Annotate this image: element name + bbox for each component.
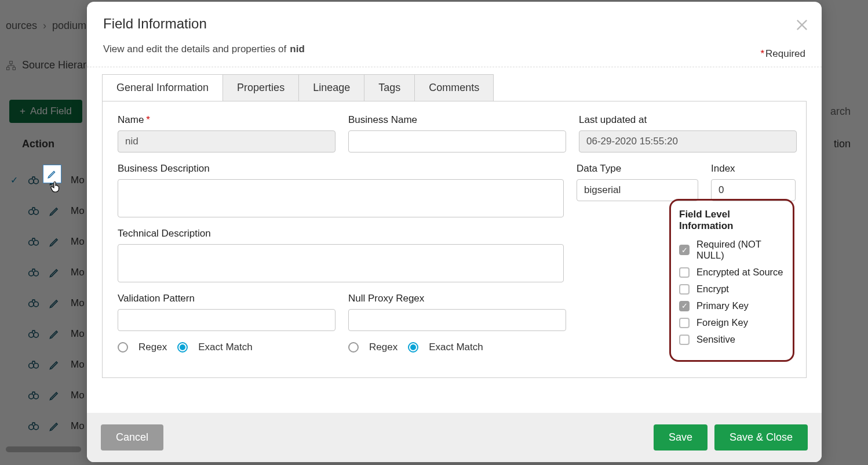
svg-point-7: [29, 240, 34, 245]
radio-label-exact: Exact Match: [429, 342, 483, 353]
svg-point-20: [34, 424, 38, 429]
checkbox-required[interactable]: Required (NOT NULL): [679, 239, 785, 261]
row-text: Mo: [71, 175, 85, 186]
radio-nullproxy-regex[interactable]: [348, 342, 359, 353]
edit-icon[interactable]: [49, 236, 60, 248]
edit-icon[interactable]: [49, 267, 60, 278]
edit-icon[interactable]: [49, 420, 60, 432]
svg-point-18: [34, 394, 38, 398]
add-field-button[interactable]: + Add Field: [9, 100, 82, 123]
chevron-right-icon: ›: [43, 20, 46, 32]
svg-point-3: [29, 179, 34, 183]
breadcrumb-item[interactable]: ources: [6, 20, 37, 32]
close-icon[interactable]: [794, 17, 810, 33]
horizontal-scrollbar[interactable]: [6, 446, 81, 452]
table-rows: ✓ Mo ✓ Mo ✓ Mo ✓ Mo ✓ Mo: [10, 165, 85, 441]
hierarchy-icon: [6, 60, 16, 71]
validation-pattern-input[interactable]: [118, 309, 335, 331]
checkbox-icon: [679, 284, 690, 295]
check-icon: ✓: [10, 175, 19, 186]
edit-icon[interactable]: [49, 297, 60, 309]
svg-rect-0: [10, 61, 13, 64]
checkbox-icon: [679, 267, 690, 278]
radio-label-regex: Regex: [138, 342, 167, 353]
svg-point-8: [34, 240, 38, 245]
svg-point-13: [29, 332, 34, 337]
label-business-description: Business Description: [118, 163, 564, 175]
table-row[interactable]: ✓ Mo: [10, 257, 85, 288]
binoculars-icon[interactable]: [28, 359, 39, 370]
checkbox-icon: [679, 318, 690, 328]
table-row[interactable]: ✓ Mo: [10, 349, 85, 380]
null-proxy-input[interactable]: [348, 309, 566, 331]
index-input[interactable]: [711, 179, 796, 201]
name-input[interactable]: [118, 130, 335, 152]
table-row[interactable]: ✓ Mo: [10, 410, 85, 441]
svg-point-14: [34, 332, 38, 337]
tab-tags[interactable]: Tags: [364, 74, 415, 101]
modal-footer: Cancel Save Save & Close: [87, 413, 822, 462]
svg-point-11: [29, 301, 34, 306]
technical-description-input[interactable]: [118, 244, 564, 282]
table-row[interactable]: ✓ Mo: [10, 288, 85, 318]
business-name-input[interactable]: [348, 130, 566, 152]
binoculars-icon[interactable]: [28, 390, 39, 401]
tab-comments[interactable]: Comments: [415, 74, 494, 101]
field-level-information-box: Field Level Information Required (NOT NU…: [669, 199, 794, 362]
last-updated-input: [579, 130, 797, 152]
cancel-button[interactable]: Cancel: [101, 424, 163, 451]
modal-subtitle: View and edit the details and properties…: [103, 43, 286, 55]
data-type-input[interactable]: [577, 179, 698, 201]
edit-icon: [47, 169, 57, 179]
svg-rect-2: [13, 67, 16, 70]
label-last-updated: Last updated at: [579, 114, 797, 126]
checkbox-sensitive[interactable]: Sensitive: [679, 334, 785, 345]
radio-validation-exact[interactable]: [177, 342, 188, 353]
label-null-proxy: Null Proxy Regex: [348, 293, 566, 304]
required-indicator: *Required: [760, 48, 805, 60]
binoculars-icon[interactable]: [28, 328, 39, 340]
checkbox-encrypt[interactable]: Encrypt: [679, 284, 785, 295]
svg-rect-1: [7, 67, 10, 70]
edit-icon[interactable]: [49, 205, 60, 217]
edit-icon[interactable]: [49, 328, 60, 340]
save-button[interactable]: Save: [654, 424, 707, 451]
tab-properties[interactable]: Properties: [223, 74, 299, 101]
row-text: Mo: [71, 297, 85, 309]
table-row[interactable]: ✓ Mo: [10, 226, 85, 257]
modal-tabs: General Information Properties Lineage T…: [102, 74, 807, 101]
plus-icon: +: [20, 106, 25, 117]
table-row[interactable]: ✓ Mo: [10, 380, 85, 410]
svg-point-10: [34, 271, 38, 275]
binoculars-icon[interactable]: [28, 175, 39, 186]
checkbox-foreign-key[interactable]: Foreign Key: [679, 317, 785, 328]
label-validation-pattern: Validation Pattern: [118, 293, 335, 304]
row-text: Mo: [71, 359, 85, 370]
general-information-panel: Name* Business Name Last updated at Busi…: [102, 101, 807, 378]
edit-icon[interactable]: [49, 390, 60, 401]
binoculars-icon[interactable]: [28, 236, 39, 248]
radio-nullproxy-exact[interactable]: [408, 342, 418, 353]
radio-validation-regex[interactable]: [118, 342, 128, 353]
breadcrumb-item[interactable]: podium: [52, 20, 86, 32]
modal-field-name: nid: [290, 43, 305, 55]
breadcrumb: ources › podium: [6, 20, 86, 32]
tab-lineage[interactable]: Lineage: [299, 74, 364, 101]
field-information-modal: Field Information View and edit the deta…: [87, 2, 822, 462]
column-header-action: Action: [22, 138, 54, 150]
search-placeholder-bg[interactable]: arch: [830, 106, 851, 118]
checkbox-primary-key[interactable]: Primary Key: [679, 300, 785, 311]
edit-icon[interactable]: [49, 359, 60, 370]
save-and-close-button[interactable]: Save & Close: [714, 424, 808, 451]
table-row[interactable]: ✓ Mo: [10, 195, 85, 226]
binoculars-icon[interactable]: [28, 297, 39, 309]
svg-point-16: [34, 363, 38, 368]
binoculars-icon[interactable]: [28, 267, 39, 278]
binoculars-icon[interactable]: [28, 420, 39, 432]
business-description-input[interactable]: [118, 179, 564, 217]
binoculars-icon[interactable]: [28, 205, 39, 217]
tab-general-information[interactable]: General Information: [102, 74, 223, 101]
table-row[interactable]: ✓ Mo: [10, 318, 85, 349]
svg-point-19: [29, 424, 34, 429]
checkbox-encrypted-at-source[interactable]: Encrypted at Source: [679, 267, 785, 278]
